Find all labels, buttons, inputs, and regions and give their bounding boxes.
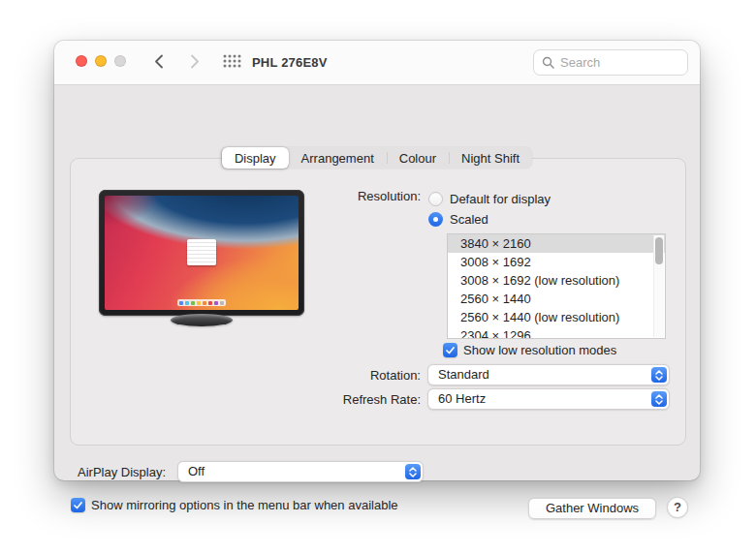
- resolution-list-item[interactable]: 2560 × 1440: [448, 290, 665, 308]
- airplay-dropdown[interactable]: Off: [177, 461, 424, 482]
- resolution-list-item[interactable]: 2560 × 1440 (low resolution): [448, 308, 665, 326]
- back-button[interactable]: [148, 52, 170, 74]
- search-input[interactable]: [560, 55, 679, 70]
- preview-dock: [177, 299, 226, 306]
- chevron-up-down-icon: [651, 367, 667, 383]
- resolution-scaled-option[interactable]: Scaled: [428, 212, 488, 227]
- rotation-label: Rotation:: [370, 368, 421, 383]
- gather-windows-button[interactable]: Gather Windows: [528, 498, 656, 519]
- tab-label: Colour: [399, 151, 436, 166]
- radio-label: Scaled: [450, 212, 488, 227]
- forward-button[interactable]: [184, 52, 205, 74]
- tab-label: Display: [235, 151, 276, 166]
- tab-arrangement[interactable]: Arrangement: [289, 147, 387, 169]
- app-grid-icon: [223, 54, 241, 72]
- title-bar: PHL 276E8V: [54, 41, 700, 85]
- tab-bar: Display Arrangement Colour Night Shift: [222, 147, 532, 169]
- resolution-label: Resolution:: [358, 189, 421, 203]
- checkbox-label: Show low resolution modes: [463, 343, 616, 357]
- airplay-display-label: AirPlay Display:: [78, 465, 166, 479]
- resolution-list-item[interactable]: 3008 × 1692: [448, 253, 665, 271]
- checkbox-label: Show mirroring options in the menu bar w…: [91, 498, 398, 512]
- resolution-list-item[interactable]: 3008 × 1692 (low resolution): [448, 271, 665, 290]
- resolution-list-item[interactable]: 2304 × 1296: [448, 326, 665, 339]
- chevron-up-down-icon: [405, 464, 421, 479]
- tab-label: Arrangement: [301, 151, 374, 166]
- scrollbar-thumb[interactable]: [655, 237, 663, 264]
- window-title: PHL 276E8V: [252, 41, 328, 85]
- show-mirroring-checkbox[interactable]: Show mirroring options in the menu bar w…: [71, 498, 398, 512]
- radio-off-icon: [428, 192, 443, 206]
- radio-on-icon: [428, 212, 443, 227]
- radio-label: Default for display: [450, 192, 551, 206]
- help-button[interactable]: ?: [667, 497, 688, 518]
- zoom-button-disabled: [114, 55, 126, 67]
- checkbox-checked-icon: [443, 343, 457, 357]
- dropdown-value: Standard: [438, 365, 489, 385]
- refresh-rate-label: Refresh Rate:: [343, 392, 421, 407]
- refresh-rate-dropdown[interactable]: 60 Hertz: [427, 388, 670, 410]
- rotation-dropdown[interactable]: Standard: [427, 364, 670, 385]
- dropdown-value: 60 Hertz: [438, 389, 486, 409]
- chevron-left-icon: [154, 54, 164, 73]
- preview-window-thumbnail: [187, 239, 216, 265]
- resolution-list-item[interactable]: 3840 × 2160: [448, 234, 665, 253]
- dropdown-value: Off: [188, 462, 205, 481]
- show-low-res-checkbox[interactable]: Show low resolution modes: [443, 343, 616, 357]
- minimize-button[interactable]: [95, 55, 107, 67]
- search-field[interactable]: [533, 49, 688, 76]
- content-area: Display Arrangement Colour Night Shift R…: [54, 85, 700, 480]
- chevron-right-icon: [190, 54, 200, 73]
- chevron-up-down-icon: [651, 391, 667, 407]
- tab-night-shift[interactable]: Night Shift: [449, 147, 532, 169]
- display-preferences-window: PHL 276E8V Display Arrangement Colour Ni…: [54, 41, 700, 480]
- monitor-stand-base: [171, 314, 233, 326]
- tab-colour[interactable]: Colour: [387, 147, 449, 169]
- tab-label: Night Shift: [461, 151, 520, 166]
- tab-display[interactable]: Display: [222, 147, 289, 169]
- display-preview: [99, 190, 304, 316]
- resolution-list: 3840 × 2160 3008 × 1692 3008 × 1692 (low…: [447, 233, 666, 339]
- show-all-button[interactable]: [221, 54, 242, 72]
- close-button[interactable]: [76, 55, 87, 67]
- display-preview-wallpaper: [105, 196, 299, 310]
- resolution-default-option[interactable]: Default for display: [428, 192, 551, 206]
- scrollbar-track[interactable]: [653, 235, 664, 337]
- checkbox-checked-icon: [71, 498, 85, 512]
- search-icon: [542, 56, 554, 69]
